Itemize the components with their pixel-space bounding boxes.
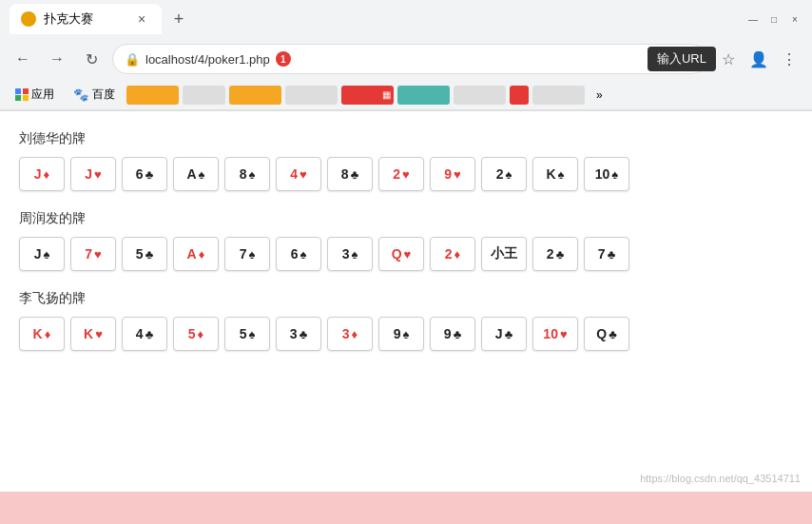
url-input-label: 输入URL — [648, 47, 716, 71]
card-0-10: K♠ — [532, 157, 578, 191]
card-2-9: J♣ — [481, 317, 527, 351]
minimize-button[interactable]: — — [745, 11, 761, 27]
back-button[interactable]: ← — [10, 46, 36, 72]
card-1-8: 2♦ — [430, 237, 475, 271]
card-1-10: 2♣ — [532, 237, 578, 271]
window-controls: — □ × — [745, 11, 802, 27]
apps-label: 应用 — [31, 87, 54, 103]
card-2-3: 5♦ — [173, 317, 219, 351]
url-text: localhost/4/poker1.php — [145, 52, 270, 67]
card-2-5: 3♣ — [276, 317, 321, 351]
more-bookmarks[interactable]: » — [589, 87, 610, 104]
page-content: 刘德华的牌J♦J♥6♣A♠8♠4♥8♣2♥9♥2♠K♠10♠周润发的牌J♠7♥5… — [0, 111, 812, 492]
browser-chrome: 扑克大赛 × + — □ × ← → ↻ 🔒 localhost/4/poker… — [0, 0, 812, 111]
card-2-10: 10♥ — [532, 317, 578, 351]
baidu-label: 百度 — [92, 87, 115, 103]
card-0-1: J♥ — [70, 157, 116, 191]
apps-grid-icon — [15, 88, 29, 102]
close-window-button[interactable]: × — [787, 11, 802, 27]
bookmarks-bar: 应用 🐾 百度 ▦ » — [0, 80, 812, 110]
apps-bookmark[interactable]: 应用 — [8, 85, 62, 105]
bookmark-5[interactable]: ▦ — [341, 86, 394, 105]
card-2-0: K♦ — [19, 317, 65, 351]
bookmark-7[interactable] — [454, 86, 506, 105]
bookmark-1[interactable] — [126, 86, 179, 105]
card-0-6: 8♣ — [327, 157, 373, 191]
url-box[interactable]: 🔒 localhost/4/poker1.php 1 输入URL — [112, 44, 707, 74]
baidu-icon: 🐾 — [73, 87, 88, 102]
watermark: https://blog.csdn.net/qq_43514711 — [640, 473, 801, 484]
card-0-4: 8♠ — [224, 157, 270, 191]
maximize-button[interactable]: □ — [766, 11, 782, 27]
card-1-6: 3♠ — [327, 237, 373, 271]
card-1-4: 7♠ — [224, 237, 270, 271]
card-0-0: J♦ — [19, 157, 65, 191]
card-0-8: 9♥ — [430, 157, 475, 191]
card-1-7: Q♥ — [378, 237, 424, 271]
menu-icon[interactable]: ⋮ — [776, 46, 802, 72]
card-1-0: J♠ — [19, 237, 65, 271]
card-2-1: K♥ — [70, 317, 116, 351]
card-1-9: 小王 — [481, 237, 527, 271]
player-name-1: 周润发的牌 — [19, 210, 793, 227]
bookmark-2[interactable] — [183, 86, 225, 105]
card-0-9: 2♠ — [481, 157, 527, 191]
bookmark-4[interactable] — [285, 86, 338, 105]
tab-title: 扑克大赛 — [44, 10, 93, 28]
players-container: 刘德华的牌J♦J♥6♣A♠8♠4♥8♣2♥9♥2♠K♠10♠周润发的牌J♠7♥5… — [19, 130, 793, 351]
toolbar-icons: ☆ 👤 ⋮ — [715, 46, 802, 72]
cards-row-2: K♦K♥4♣5♦5♠3♣3♦9♠9♣J♣10♥Q♣ — [19, 317, 793, 351]
title-bar: 扑克大赛 × + — □ × — [0, 0, 812, 38]
card-0-5: 4♥ — [276, 157, 321, 191]
card-0-11: 10♠ — [584, 157, 629, 191]
tab-close-btn[interactable]: × — [133, 10, 150, 28]
card-1-3: A♦ — [173, 237, 219, 271]
reload-button[interactable]: ↻ — [78, 46, 105, 72]
forward-button[interactable]: → — [44, 46, 70, 72]
bookmark-8[interactable] — [510, 86, 529, 105]
card-1-5: 6♠ — [276, 237, 321, 271]
cards-row-0: J♦J♥6♣A♠8♠4♥8♣2♥9♥2♠K♠10♠ — [19, 157, 793, 191]
player-section-0: 刘德华的牌J♦J♥6♣A♠8♠4♥8♣2♥9♥2♠K♠10♠ — [19, 130, 793, 191]
player-section-1: 周润发的牌J♠7♥5♣A♦7♠6♠3♠Q♥2♦小王2♣7♣ — [19, 210, 793, 271]
card-2-2: 4♣ — [122, 317, 167, 351]
baidu-bookmark[interactable]: 🐾 百度 — [66, 85, 123, 105]
player-section-2: 李飞扬的牌K♦K♥4♣5♦5♠3♣3♦9♠9♣J♣10♥Q♣ — [19, 290, 793, 351]
card-2-4: 5♠ — [224, 317, 270, 351]
player-name-2: 李飞扬的牌 — [19, 290, 793, 307]
bookmark-6[interactable] — [397, 86, 450, 105]
address-bar: ← → ↻ 🔒 localhost/4/poker1.php 1 输入URL ☆… — [0, 38, 812, 80]
lock-icon: 🔒 — [125, 52, 140, 67]
bookmark-9[interactable] — [532, 86, 585, 105]
account-icon[interactable]: 👤 — [745, 46, 772, 72]
card-0-3: A♠ — [173, 157, 219, 191]
card-0-2: 6♣ — [122, 157, 167, 191]
card-1-2: 5♣ — [122, 237, 167, 271]
card-2-8: 9♣ — [430, 317, 475, 351]
card-0-7: 2♥ — [378, 157, 424, 191]
card-2-6: 3♦ — [327, 317, 373, 351]
card-2-7: 9♠ — [378, 317, 424, 351]
tab-favicon — [21, 11, 36, 27]
new-tab-button[interactable]: + — [165, 6, 192, 32]
card-1-11: 7♣ — [584, 237, 629, 271]
card-1-1: 7♥ — [70, 237, 116, 271]
player-name-0: 刘德华的牌 — [19, 130, 793, 147]
card-2-11: Q♣ — [584, 317, 629, 351]
bookmark-star-icon[interactable]: ☆ — [715, 46, 742, 72]
active-tab[interactable]: 扑克大赛 × — [10, 4, 162, 34]
bookmark-3[interactable] — [229, 86, 281, 105]
cards-row-1: J♠7♥5♣A♦7♠6♠3♠Q♥2♦小王2♣7♣ — [19, 237, 793, 271]
url-badge: 1 — [276, 51, 291, 67]
